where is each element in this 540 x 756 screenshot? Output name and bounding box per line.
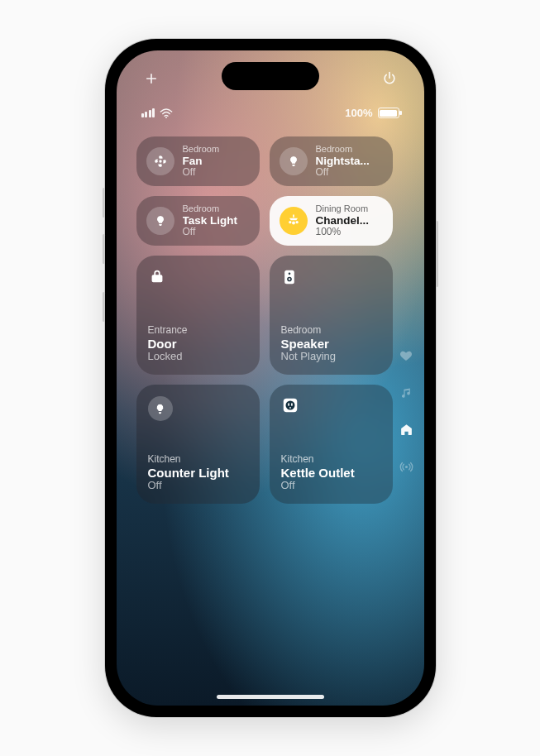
home-page-icon[interactable] [399, 423, 413, 437]
tile-room: Bedroom [183, 203, 238, 214]
status-bar: 100% [117, 107, 424, 119]
cellular-signal-icon [141, 108, 155, 117]
dynamic-island [222, 62, 319, 90]
svg-point-15 [404, 466, 407, 468]
tile-state: Locked [148, 351, 248, 363]
tile-room: Bedroom [281, 325, 381, 337]
plus-icon [144, 71, 159, 86]
add-button[interactable] [141, 69, 161, 89]
tile-name: Task Light [183, 214, 238, 227]
screen: 100% Bedroom Fan Off [117, 50, 424, 706]
tile-name: Nightsta... [316, 155, 370, 168]
battery-icon [378, 108, 399, 118]
tile-state: Off [183, 167, 220, 179]
home-controls-grid: Bedroom Fan Off Bedroom Nightsta... Off [136, 136, 393, 681]
tile-state: Off [183, 227, 238, 238]
power-icon [381, 70, 398, 87]
tile-name: Speaker [281, 337, 381, 351]
svg-point-9 [288, 278, 289, 280]
svg-point-3 [289, 221, 291, 223]
lightbulb-icon [280, 147, 308, 175]
tile-name: Chandel... [316, 214, 370, 227]
iphone-frame: 100% Bedroom Fan Off [105, 39, 436, 717]
tile-name: Counter Light [148, 466, 248, 480]
svg-point-0 [165, 117, 167, 118]
tile-bedroom-task-light[interactable]: Bedroom Task Light Off [136, 196, 260, 246]
tile-room: Bedroom [183, 144, 220, 155]
connectivity-page-icon[interactable] [399, 460, 413, 474]
tile-bedroom-nightstand[interactable]: Bedroom Nightsta... Off [270, 136, 393, 186]
tile-room: Dining Room [316, 203, 370, 214]
tile-dining-chandelier[interactable]: Dining Room Chandel... 100% [270, 196, 393, 246]
lightbulb-icon [146, 207, 174, 235]
svg-point-1 [159, 160, 161, 162]
tile-room: Kitchen [281, 454, 381, 466]
tile-state: Not Playing [281, 351, 381, 363]
svg-rect-2 [293, 215, 294, 218]
tile-kitchen-counter-light[interactable]: Kitchen Counter Light Off [136, 385, 260, 504]
page-indicator[interactable] [399, 348, 413, 474]
lightbulb-icon [148, 396, 173, 421]
tile-room: Kitchen [148, 454, 248, 466]
tile-state: Off [148, 480, 248, 492]
tile-name: Kettle Outlet [281, 466, 381, 480]
speaker-icon [281, 267, 303, 289]
svg-point-4 [292, 222, 295, 225]
wifi-icon [160, 108, 173, 118]
tile-kitchen-kettle-outlet[interactable]: Kitchen Kettle Outlet Off [270, 385, 393, 504]
tile-bedroom-speaker[interactable]: Bedroom Speaker Not Playing [270, 256, 393, 375]
svg-point-7 [288, 273, 290, 275]
tile-room: Entrance [148, 325, 248, 337]
tile-state: 100% [316, 227, 370, 238]
svg-rect-12 [288, 403, 289, 406]
lock-icon [148, 267, 170, 289]
tile-entrance-door[interactable]: Entrance Door Locked [136, 256, 260, 375]
power-button[interactable] [380, 69, 399, 89]
battery-percent: 100% [345, 107, 372, 119]
home-indicator[interactable] [217, 695, 324, 699]
tile-bedroom-fan[interactable]: Bedroom Fan Off [136, 136, 260, 186]
tile-state: Off [316, 167, 370, 179]
svg-point-11 [285, 401, 294, 410]
svg-point-14 [289, 407, 291, 409]
tile-state: Off [281, 480, 381, 492]
fan-icon [146, 147, 174, 175]
tile-name: Door [148, 337, 248, 351]
favorites-page-icon[interactable] [399, 348, 413, 362]
tile-name: Fan [183, 155, 220, 168]
svg-point-5 [295, 221, 298, 223]
outlet-icon [281, 396, 303, 418]
svg-rect-13 [291, 403, 293, 406]
chandelier-icon [280, 207, 308, 235]
music-page-icon[interactable] [399, 385, 413, 400]
tile-room: Bedroom [316, 144, 370, 155]
